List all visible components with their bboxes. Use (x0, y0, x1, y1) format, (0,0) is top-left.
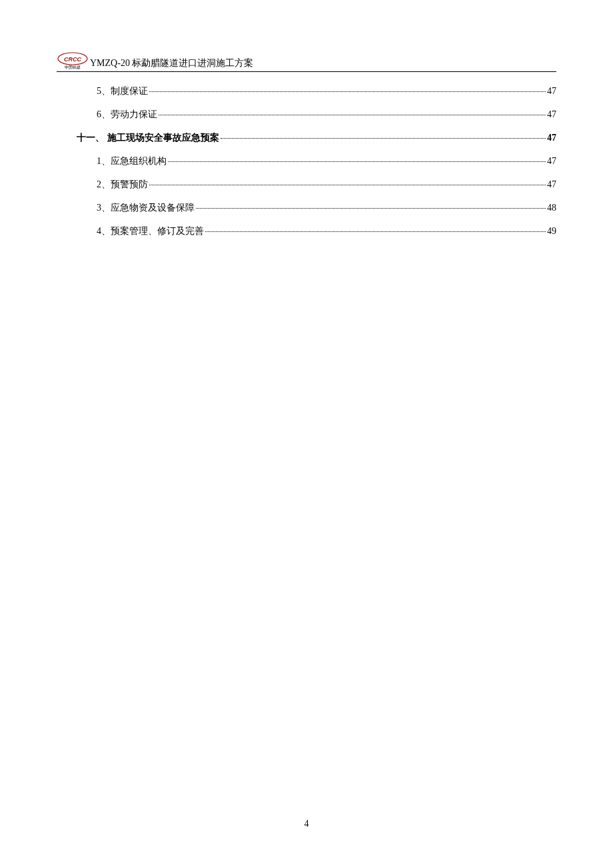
toc-label: 5、制度保证 (97, 85, 148, 97)
svg-text:中国铁建: 中国铁建 (65, 65, 81, 69)
toc-leader (149, 185, 546, 185)
toc-page: 49 (547, 226, 556, 237)
toc-leader (159, 115, 546, 115)
page-header: CRCC 中国铁建 YMZQ-20 标勐腊隧道进口进洞施工方案 (57, 50, 556, 72)
toc-label: 3、应急物资及设备保障 (97, 202, 195, 214)
toc-item: 3、应急物资及设备保障 48 (57, 202, 556, 214)
page-number: 4 (0, 819, 613, 829)
toc-item: 2、预警预防 47 (57, 179, 556, 191)
toc-label: 十一、 施工现场安全事故应急预案 (77, 132, 219, 144)
toc-page: 48 (547, 203, 556, 213)
toc-leader (196, 208, 546, 209)
crcc-logo: CRCC 中国铁建 (57, 50, 89, 70)
toc-label: 6、劳动力保证 (97, 109, 157, 121)
toc-label: 2、预警预防 (97, 179, 148, 191)
toc-section-item: 十一、 施工现场安全事故应急预案 47 (57, 132, 556, 144)
logo-icon: CRCC 中国铁建 (57, 50, 89, 70)
toc-leader (221, 138, 546, 139)
table-of-contents: 5、制度保证 47 6、劳动力保证 47 十一、 施工现场安全事故应急预案 47… (57, 85, 556, 237)
header-title: YMZQ-20 标勐腊隧道进口进洞施工方案 (90, 57, 253, 70)
toc-leader (149, 91, 546, 92)
svg-text:CRCC: CRCC (64, 56, 81, 63)
toc-label: 1、应急组织机构 (97, 155, 167, 167)
toc-item: 6、劳动力保证 47 (57, 109, 556, 121)
document-page: CRCC 中国铁建 YMZQ-20 标勐腊隧道进口进洞施工方案 5、制度保证 4… (0, 0, 613, 868)
toc-page: 47 (547, 86, 556, 97)
toc-leader (205, 231, 546, 232)
toc-page: 47 (547, 179, 556, 190)
toc-page: 47 (547, 133, 556, 143)
toc-page: 47 (547, 156, 556, 167)
toc-page: 47 (547, 109, 556, 120)
toc-label: 4、预案管理、修订及完善 (97, 225, 204, 237)
toc-leader (168, 161, 546, 162)
toc-item: 1、应急组织机构 47 (57, 155, 556, 167)
toc-item: 4、预案管理、修订及完善 49 (57, 225, 556, 237)
toc-item: 5、制度保证 47 (57, 85, 556, 97)
